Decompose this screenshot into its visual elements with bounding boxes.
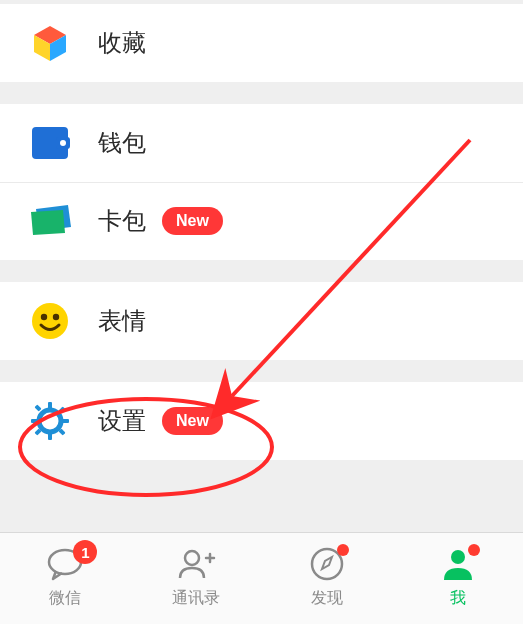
svg-point-27 [451, 550, 465, 564]
row-settings[interactable]: 设置 New [0, 382, 523, 460]
tab-label: 发现 [311, 588, 343, 609]
tab-label: 通讯录 [172, 588, 220, 609]
svg-point-10 [53, 314, 59, 320]
tab-label: 我 [450, 588, 466, 609]
row-label: 卡包 [98, 205, 146, 237]
row-label: 表情 [98, 305, 146, 337]
svg-point-5 [60, 140, 66, 146]
card-pack-icon [28, 199, 72, 243]
gear-icon [28, 399, 72, 443]
group-wallet: 钱包 卡包 New [0, 104, 523, 260]
svg-rect-12 [48, 402, 52, 409]
svg-point-22 [185, 551, 199, 565]
tab-me[interactable]: 我 [392, 533, 523, 624]
svg-point-8 [32, 303, 68, 339]
new-badge: New [162, 207, 223, 235]
row-label: 收藏 [98, 27, 146, 59]
tab-chat[interactable]: 1 微信 [0, 533, 131, 624]
svg-rect-13 [48, 433, 52, 440]
contacts-icon [176, 546, 216, 586]
row-wallet[interactable]: 钱包 [0, 104, 523, 182]
tab-contacts[interactable]: 通讯录 [131, 533, 262, 624]
svg-rect-14 [31, 419, 38, 423]
row-label: 设置 [98, 405, 146, 437]
row-stickers[interactable]: 表情 [0, 282, 523, 360]
notification-dot [468, 544, 480, 556]
row-cards[interactable]: 卡包 New [0, 182, 523, 260]
smiley-icon [28, 299, 72, 343]
tab-discover[interactable]: 发现 [262, 533, 393, 624]
group-stickers: 表情 [0, 282, 523, 360]
tab-bar: 1 微信 通讯录 [0, 532, 523, 624]
unread-badge: 1 [73, 540, 97, 564]
svg-marker-26 [322, 557, 332, 569]
group-favorites: 收藏 [0, 4, 523, 82]
notification-dot [337, 544, 349, 556]
wallet-icon [28, 121, 72, 165]
svg-rect-15 [62, 419, 69, 423]
svg-point-9 [41, 314, 47, 320]
tab-label: 微信 [49, 588, 81, 609]
new-badge: New [162, 407, 223, 435]
row-label: 钱包 [98, 127, 146, 159]
svg-rect-16 [34, 404, 41, 411]
svg-marker-7 [31, 210, 65, 235]
group-settings: 设置 New [0, 382, 523, 460]
cube-icon [28, 21, 72, 65]
svg-point-20 [43, 414, 57, 428]
row-favorites[interactable]: 收藏 [0, 4, 523, 82]
